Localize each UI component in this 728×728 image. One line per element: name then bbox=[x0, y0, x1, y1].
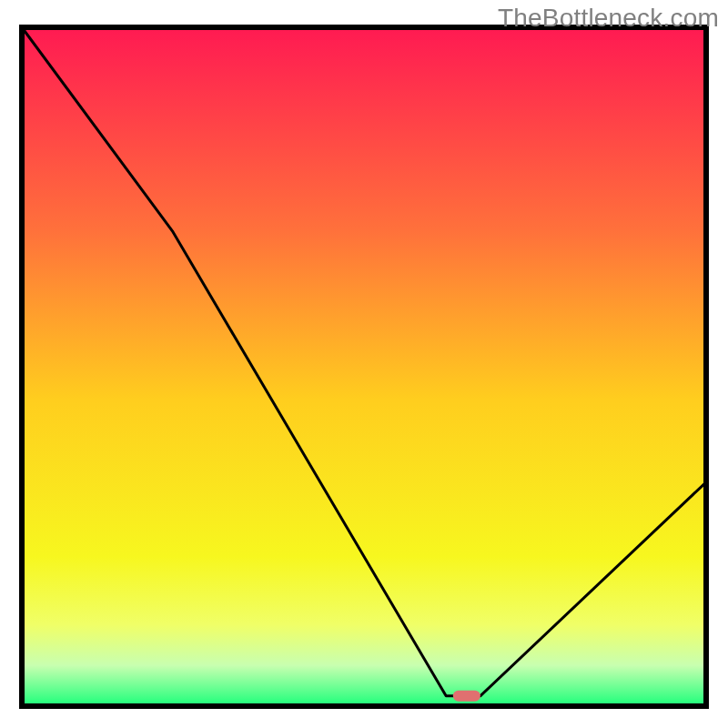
bottleneck-chart bbox=[0, 0, 728, 728]
gradient-background bbox=[22, 27, 706, 706]
chart-container: TheBottleneck.com bbox=[0, 0, 728, 728]
optimal-marker bbox=[453, 691, 480, 702]
plot-area bbox=[22, 27, 706, 706]
watermark-text: TheBottleneck.com bbox=[498, 4, 719, 33]
